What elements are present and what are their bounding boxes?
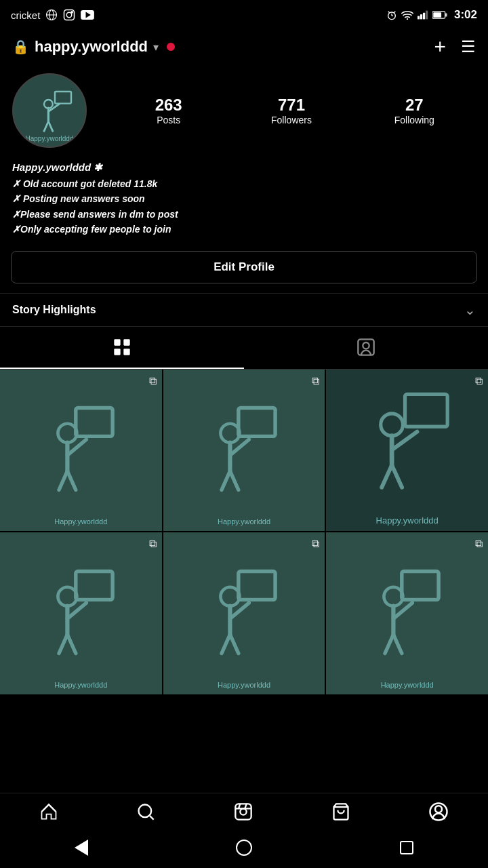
post-item[interactable]: Happy.yworlddd ⧉ <box>326 370 488 532</box>
svg-line-56 <box>67 635 75 654</box>
post-item[interactable]: Happy.yworlddd ⧉ <box>0 532 162 694</box>
svg-line-62 <box>230 635 239 654</box>
svg-line-44 <box>230 471 239 490</box>
multi-post-icon: ⧉ <box>149 375 157 387</box>
multi-post-icon: ⧉ <box>312 538 319 550</box>
story-highlights-chevron: ⌄ <box>464 302 476 318</box>
chevron-down-icon: ▾ <box>153 41 159 54</box>
post-thumbnail: Happy.yworlddd <box>326 370 488 532</box>
avatar-label: Happy.yworlddd <box>14 135 85 142</box>
followers-stat[interactable]: 771 Followers <box>230 96 352 125</box>
tab-tagged[interactable] <box>244 327 488 369</box>
svg-line-67 <box>385 635 393 654</box>
shop-icon <box>331 802 350 821</box>
following-label: Following <box>353 115 476 125</box>
search-icon <box>136 802 155 821</box>
svg-point-4 <box>67 12 73 18</box>
alarm-icon <box>386 9 397 20</box>
post-image-svg <box>191 561 296 666</box>
svg-rect-28 <box>123 339 129 345</box>
svg-rect-21 <box>55 92 71 104</box>
posts-count: 263 <box>107 96 230 115</box>
post-image-svg <box>346 389 468 511</box>
multi-post-icon: ⧉ <box>475 375 483 387</box>
svg-point-13 <box>407 18 408 20</box>
svg-rect-57 <box>239 572 275 600</box>
reels-icon <box>234 802 253 821</box>
post-thumbnail: Happy.yworlddd <box>163 532 325 694</box>
avatar-svg <box>22 83 77 138</box>
bio-section: Happy.yworlddd ✱ ✗ Old account got delet… <box>0 155 488 247</box>
notification-dot <box>167 43 175 51</box>
bio-line-1: ✗ Old account got deleted 11.8k <box>12 176 476 191</box>
bio-lines: ✗ Old account got deleted 11.8k ✗ Postin… <box>12 176 476 237</box>
post-label: Happy.yworlddd <box>326 515 488 526</box>
post-item[interactable]: Happy.yworlddd ⧉ <box>326 532 488 694</box>
svg-point-46 <box>381 414 403 436</box>
multi-post-icon: ⧉ <box>475 538 483 550</box>
svg-rect-29 <box>114 349 120 355</box>
bio-line-3: ✗Please send answers in dm to post <box>12 207 476 222</box>
post-image-svg <box>28 561 134 666</box>
svg-point-32 <box>363 342 369 349</box>
battery-icon <box>432 11 447 19</box>
tagged-icon <box>357 338 375 357</box>
profile-icon <box>428 802 449 822</box>
svg-point-78 <box>435 806 442 812</box>
post-item[interactable]: Happy.yworlddd ⧉ <box>163 532 325 694</box>
svg-line-68 <box>393 635 401 654</box>
carrier-text: cricket <box>11 9 40 21</box>
svg-rect-45 <box>405 395 448 427</box>
posts-stat[interactable]: 263 Posts <box>107 96 230 125</box>
avatar-container[interactable]: Happy.yworlddd <box>12 73 87 148</box>
instagram-icon <box>63 9 75 21</box>
following-stat[interactable]: 27 Following <box>353 96 476 125</box>
svg-line-61 <box>222 635 230 654</box>
svg-line-50 <box>392 465 402 488</box>
posts-label: Posts <box>107 115 230 125</box>
post-label: Happy.yworlddd <box>0 517 162 526</box>
post-thumbnail: Happy.yworlddd <box>163 370 325 532</box>
nav-search[interactable] <box>136 802 155 821</box>
post-label: Happy.yworlddd <box>0 681 162 689</box>
story-highlights[interactable]: Story Highlights ⌄ <box>0 293 488 327</box>
profile-section: Happy.yworlddd 263 Posts 771 Followers 2… <box>0 64 488 155</box>
tab-grid[interactable] <box>0 327 244 369</box>
home-button[interactable] <box>230 834 258 861</box>
post-thumbnail: Happy.yworlddd <box>0 532 162 694</box>
recents-button[interactable] <box>393 834 420 861</box>
android-nav <box>0 827 488 868</box>
nav-profile[interactable] <box>428 802 449 822</box>
post-image-svg <box>354 561 460 666</box>
lock-icon: 🔒 <box>12 39 29 55</box>
bio-name: Happy.yworlddd ✱ <box>12 161 476 174</box>
svg-rect-14 <box>418 16 420 20</box>
status-left: cricket <box>11 9 94 21</box>
multi-post-icon: ⧉ <box>149 538 157 550</box>
signal-icon <box>418 10 428 20</box>
status-time: 3:02 <box>454 8 477 22</box>
post-item[interactable]: Happy.yworlddd ⧉ <box>0 370 162 532</box>
nav-home[interactable] <box>39 802 58 821</box>
header-username-group[interactable]: 🔒 happy.yworlddd ▾ <box>12 38 175 56</box>
nav-shop[interactable] <box>331 802 350 821</box>
svg-rect-19 <box>445 13 447 16</box>
multi-post-icon: ⧉ <box>312 375 319 387</box>
nav-reels[interactable] <box>234 802 253 821</box>
post-item[interactable]: Happy.yworlddd ⧉ <box>163 370 325 532</box>
profile-stats: Happy.yworlddd 263 Posts 771 Followers 2… <box>12 73 476 148</box>
svg-line-12 <box>394 12 395 13</box>
edit-profile-button[interactable]: Edit Profile <box>11 251 477 283</box>
menu-icon[interactable]: ☰ <box>461 37 476 56</box>
tab-bar <box>0 327 488 370</box>
svg-line-25 <box>44 121 48 131</box>
add-post-icon[interactable]: + <box>434 35 446 58</box>
back-button[interactable] <box>68 834 95 861</box>
post-thumbnail: Happy.yworlddd <box>326 532 488 694</box>
svg-line-55 <box>59 635 67 654</box>
bio-line-4: ✗Only accepting few people to join <box>12 222 476 237</box>
svg-line-70 <box>150 815 154 819</box>
post-label: Happy.yworlddd <box>163 517 325 526</box>
youtube-icon <box>81 10 94 20</box>
following-count: 27 <box>353 96 476 115</box>
